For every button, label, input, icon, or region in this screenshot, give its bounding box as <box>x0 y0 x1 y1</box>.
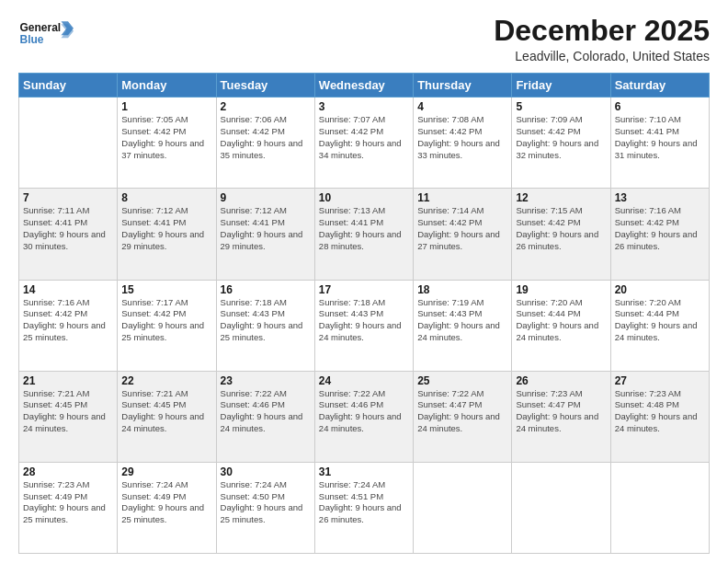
calendar-cell: 6Sunrise: 7:10 AMSunset: 4:41 PMDaylight… <box>610 98 709 189</box>
weekday-header-row: Sunday Monday Tuesday Wednesday Thursday… <box>19 74 710 98</box>
calendar-cell: 29Sunrise: 7:24 AMSunset: 4:49 PMDayligh… <box>118 462 216 553</box>
logo: General Blue <box>18 15 74 52</box>
day-info: Sunrise: 7:24 AMSunset: 4:50 PMDaylight:… <box>221 479 311 526</box>
day-number: 27 <box>615 374 705 387</box>
calendar-cell: 20Sunrise: 7:20 AMSunset: 4:44 PMDayligh… <box>610 280 709 371</box>
calendar-cell: 1Sunrise: 7:05 AMSunset: 4:42 PMDaylight… <box>118 98 216 189</box>
header-wednesday: Wednesday <box>314 74 413 98</box>
day-number: 16 <box>221 283 311 296</box>
calendar-cell: 2Sunrise: 7:06 AMSunset: 4:42 PMDaylight… <box>216 98 314 189</box>
day-info: Sunrise: 7:13 AMSunset: 4:41 PMDaylight:… <box>319 205 409 252</box>
calendar-cell <box>512 462 610 553</box>
day-number: 3 <box>319 100 409 113</box>
day-info: Sunrise: 7:22 AMSunset: 4:46 PMDaylight:… <box>221 388 311 435</box>
day-number: 1 <box>121 100 211 113</box>
day-number: 29 <box>121 465 211 478</box>
day-number: 2 <box>221 100 311 113</box>
day-info: Sunrise: 7:12 AMSunset: 4:41 PMDaylight:… <box>221 205 311 252</box>
day-info: Sunrise: 7:10 AMSunset: 4:41 PMDaylight:… <box>615 114 705 161</box>
calendar-cell: 19Sunrise: 7:20 AMSunset: 4:44 PMDayligh… <box>512 280 610 371</box>
calendar-cell: 11Sunrise: 7:14 AMSunset: 4:42 PMDayligh… <box>414 189 512 280</box>
day-number: 15 <box>121 283 211 296</box>
day-number: 18 <box>417 283 507 296</box>
calendar-cell <box>414 462 512 553</box>
header-saturday: Saturday <box>610 74 709 98</box>
calendar-cell: 23Sunrise: 7:22 AMSunset: 4:46 PMDayligh… <box>216 371 314 462</box>
day-number: 26 <box>516 374 606 387</box>
day-info: Sunrise: 7:20 AMSunset: 4:44 PMDaylight:… <box>516 297 606 344</box>
day-number: 31 <box>319 465 409 478</box>
calendar-cell: 22Sunrise: 7:21 AMSunset: 4:45 PMDayligh… <box>118 371 216 462</box>
day-number: 14 <box>23 283 113 296</box>
calendar-week-row: 28Sunrise: 7:23 AMSunset: 4:49 PMDayligh… <box>19 462 710 553</box>
calendar-week-row: 7Sunrise: 7:11 AMSunset: 4:41 PMDaylight… <box>19 189 710 280</box>
calendar-cell: 31Sunrise: 7:24 AMSunset: 4:51 PMDayligh… <box>314 462 413 553</box>
calendar-cell: 5Sunrise: 7:09 AMSunset: 4:42 PMDaylight… <box>512 98 610 189</box>
calendar-cell: 12Sunrise: 7:15 AMSunset: 4:42 PMDayligh… <box>512 189 610 280</box>
day-number: 19 <box>516 283 606 296</box>
header-friday: Friday <box>512 74 610 98</box>
day-info: Sunrise: 7:21 AMSunset: 4:45 PMDaylight:… <box>23 388 113 435</box>
day-number: 11 <box>417 191 507 204</box>
day-number: 5 <box>516 100 606 113</box>
day-number: 7 <box>23 191 113 204</box>
calendar-week-row: 1Sunrise: 7:05 AMSunset: 4:42 PMDaylight… <box>19 98 710 189</box>
day-info: Sunrise: 7:18 AMSunset: 4:43 PMDaylight:… <box>319 297 409 344</box>
day-info: Sunrise: 7:23 AMSunset: 4:48 PMDaylight:… <box>615 388 705 435</box>
header: General Blue December 2025 Leadville, Co… <box>18 15 710 63</box>
day-number: 28 <box>23 465 113 478</box>
calendar-table: Sunday Monday Tuesday Wednesday Thursday… <box>18 73 710 554</box>
day-info: Sunrise: 7:14 AMSunset: 4:42 PMDaylight:… <box>417 205 507 252</box>
day-number: 22 <box>121 374 211 387</box>
header-thursday: Thursday <box>414 74 512 98</box>
day-info: Sunrise: 7:23 AMSunset: 4:49 PMDaylight:… <box>23 479 113 526</box>
day-info: Sunrise: 7:05 AMSunset: 4:42 PMDaylight:… <box>121 114 211 161</box>
calendar-cell: 21Sunrise: 7:21 AMSunset: 4:45 PMDayligh… <box>19 371 118 462</box>
day-number: 12 <box>516 191 606 204</box>
location: Leadville, Colorado, United States <box>494 49 710 63</box>
calendar-cell: 18Sunrise: 7:19 AMSunset: 4:43 PMDayligh… <box>414 280 512 371</box>
day-info: Sunrise: 7:15 AMSunset: 4:42 PMDaylight:… <box>516 205 606 252</box>
calendar-cell: 14Sunrise: 7:16 AMSunset: 4:42 PMDayligh… <box>19 280 118 371</box>
calendar-cell: 13Sunrise: 7:16 AMSunset: 4:42 PMDayligh… <box>610 189 709 280</box>
day-info: Sunrise: 7:17 AMSunset: 4:42 PMDaylight:… <box>121 297 211 344</box>
header-sunday: Sunday <box>19 74 118 98</box>
page: General Blue December 2025 Leadville, Co… <box>0 0 728 563</box>
calendar-cell: 28Sunrise: 7:23 AMSunset: 4:49 PMDayligh… <box>19 462 118 553</box>
calendar-cell: 26Sunrise: 7:23 AMSunset: 4:47 PMDayligh… <box>512 371 610 462</box>
svg-text:Blue: Blue <box>20 33 44 46</box>
day-info: Sunrise: 7:16 AMSunset: 4:42 PMDaylight:… <box>615 205 705 252</box>
day-info: Sunrise: 7:21 AMSunset: 4:45 PMDaylight:… <box>121 388 211 435</box>
calendar-cell: 27Sunrise: 7:23 AMSunset: 4:48 PMDayligh… <box>610 371 709 462</box>
day-info: Sunrise: 7:11 AMSunset: 4:41 PMDaylight:… <box>23 205 113 252</box>
day-info: Sunrise: 7:20 AMSunset: 4:44 PMDaylight:… <box>615 297 705 344</box>
day-number: 10 <box>319 191 409 204</box>
day-info: Sunrise: 7:16 AMSunset: 4:42 PMDaylight:… <box>23 297 113 344</box>
day-info: Sunrise: 7:12 AMSunset: 4:41 PMDaylight:… <box>121 205 211 252</box>
calendar-cell: 10Sunrise: 7:13 AMSunset: 4:41 PMDayligh… <box>314 189 413 280</box>
calendar-cell: 9Sunrise: 7:12 AMSunset: 4:41 PMDaylight… <box>216 189 314 280</box>
day-number: 20 <box>615 283 705 296</box>
day-number: 8 <box>121 191 211 204</box>
calendar-cell: 3Sunrise: 7:07 AMSunset: 4:42 PMDaylight… <box>314 98 413 189</box>
calendar-cell: 4Sunrise: 7:08 AMSunset: 4:42 PMDaylight… <box>414 98 512 189</box>
calendar-cell: 15Sunrise: 7:17 AMSunset: 4:42 PMDayligh… <box>118 280 216 371</box>
calendar-cell: 25Sunrise: 7:22 AMSunset: 4:47 PMDayligh… <box>414 371 512 462</box>
day-info: Sunrise: 7:09 AMSunset: 4:42 PMDaylight:… <box>516 114 606 161</box>
day-info: Sunrise: 7:07 AMSunset: 4:42 PMDaylight:… <box>319 114 409 161</box>
day-number: 25 <box>417 374 507 387</box>
calendar-cell: 17Sunrise: 7:18 AMSunset: 4:43 PMDayligh… <box>314 280 413 371</box>
calendar-week-row: 14Sunrise: 7:16 AMSunset: 4:42 PMDayligh… <box>19 280 710 371</box>
day-number: 30 <box>221 465 311 478</box>
day-number: 17 <box>319 283 409 296</box>
day-number: 9 <box>221 191 311 204</box>
calendar-cell <box>610 462 709 553</box>
day-info: Sunrise: 7:22 AMSunset: 4:46 PMDaylight:… <box>319 388 409 435</box>
month-title: December 2025 <box>494 15 710 47</box>
day-info: Sunrise: 7:08 AMSunset: 4:42 PMDaylight:… <box>417 114 507 161</box>
day-number: 21 <box>23 374 113 387</box>
day-info: Sunrise: 7:22 AMSunset: 4:47 PMDaylight:… <box>417 388 507 435</box>
day-number: 24 <box>319 374 409 387</box>
day-info: Sunrise: 7:06 AMSunset: 4:42 PMDaylight:… <box>221 114 311 161</box>
title-block: December 2025 Leadville, Colorado, Unite… <box>494 15 710 63</box>
